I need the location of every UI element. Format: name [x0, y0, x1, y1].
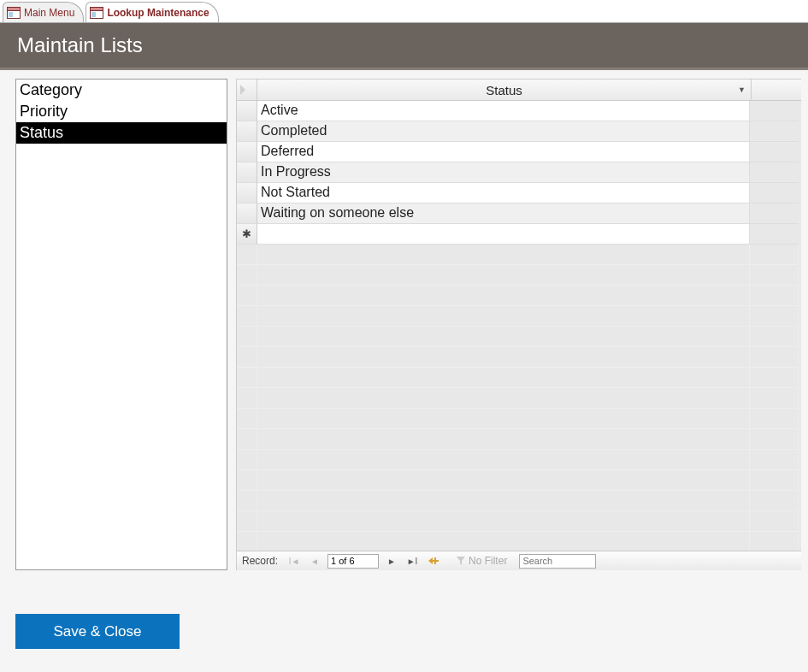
cell-status-value[interactable]: Completed: [257, 121, 750, 142]
empty-cell: [257, 265, 750, 286]
new-record-cell[interactable]: [257, 224, 750, 245]
empty-row: [237, 429, 801, 450]
last-record-button[interactable]: ►I: [404, 554, 420, 568]
cell-spacer: [750, 450, 799, 470]
table-row[interactable]: Completed: [237, 121, 801, 142]
cell-spacer: [750, 162, 799, 183]
cell-spacer: [750, 306, 799, 327]
svg-rect-1: [8, 7, 21, 10]
empty-row: [237, 286, 801, 306]
cell-status-value[interactable]: Deferred: [257, 142, 750, 162]
row-selector: [237, 511, 257, 532]
chevron-down-icon[interactable]: ▼: [738, 85, 746, 94]
empty-cell: [257, 450, 750, 470]
cell-spacer: [750, 368, 799, 388]
new-record-row[interactable]: ✱: [237, 224, 801, 245]
empty-cell: [257, 306, 750, 327]
tab-label: Lookup Maintenance: [107, 7, 209, 19]
data-grid: Status ▼ ActiveCompletedDeferredIn Progr…: [236, 79, 801, 570]
empty-row: [237, 327, 801, 347]
cell-spacer: [750, 409, 799, 429]
table-row[interactable]: Waiting on someone else: [237, 203, 801, 224]
filter-label: No Filter: [469, 555, 507, 567]
empty-cell: [257, 368, 750, 388]
row-selector: [237, 245, 257, 265]
next-record-button[interactable]: ►: [384, 554, 399, 568]
empty-cell: [257, 532, 750, 551]
cell-spacer: [750, 388, 799, 409]
cell-status-value[interactable]: Not Started: [257, 183, 750, 203]
row-selector: [237, 265, 257, 286]
svg-rect-11: [432, 560, 439, 562]
empty-row: [237, 450, 801, 470]
row-selector[interactable]: [237, 121, 257, 142]
empty-row: [237, 245, 801, 265]
first-record-button[interactable]: I◄: [286, 554, 302, 568]
grid-header-row: Status ▼: [237, 80, 801, 101]
cell-status-value[interactable]: Waiting on someone else: [257, 203, 750, 224]
filter-indicator[interactable]: No Filter: [456, 555, 507, 567]
svg-rect-6: [91, 7, 103, 10]
record-position-input[interactable]: [327, 554, 379, 569]
tab-label: Main Menu: [24, 7, 74, 19]
cell-status-value[interactable]: In Progress: [257, 162, 750, 183]
tab-main-menu[interactable]: Main Menu: [3, 2, 84, 22]
empty-cell: [257, 491, 750, 511]
table-row[interactable]: Not Started: [237, 183, 801, 203]
empty-cell: [257, 470, 750, 491]
form-icon: [90, 7, 103, 19]
column-header-label: Status: [486, 83, 522, 97]
previous-record-button[interactable]: ◄: [307, 554, 322, 568]
sidebar-item-category[interactable]: Category: [16, 80, 227, 101]
cell-spacer: [750, 347, 799, 368]
search-input[interactable]: [519, 554, 596, 569]
table-row[interactable]: In Progress: [237, 162, 801, 183]
row-selector: [237, 368, 257, 388]
empty-cell: [257, 327, 750, 347]
funnel-icon: [456, 556, 466, 566]
table-row[interactable]: Deferred: [237, 142, 801, 162]
empty-cell: [257, 347, 750, 368]
record-label: Record:: [242, 555, 278, 567]
column-header-status[interactable]: Status ▼: [257, 80, 752, 100]
row-selector: [237, 347, 257, 368]
empty-cell: [257, 388, 750, 409]
row-selector: [237, 388, 257, 409]
sidebar-item-status[interactable]: Status: [16, 122, 227, 144]
empty-cell: [257, 286, 750, 306]
cell-spacer: [750, 429, 799, 450]
empty-row: [237, 409, 801, 429]
empty-row: [237, 347, 801, 368]
cell-spacer: [750, 491, 799, 511]
cell-spacer: [750, 286, 799, 306]
cell-status-value[interactable]: Active: [257, 101, 750, 121]
row-selector: [237, 306, 257, 327]
row-selector: [237, 491, 257, 511]
row-selector[interactable]: [237, 142, 257, 162]
cell-spacer: [750, 532, 799, 551]
new-record-button[interactable]: [425, 554, 444, 568]
save-close-button[interactable]: Save & Close: [15, 614, 180, 649]
row-selector: [237, 327, 257, 347]
select-all-corner[interactable]: [237, 80, 257, 100]
row-selector[interactable]: [237, 162, 257, 183]
row-selector: [237, 286, 257, 306]
empty-row: [237, 306, 801, 327]
lookup-type-list: Category Priority Status: [15, 79, 227, 570]
row-selector: [237, 532, 257, 551]
row-selector[interactable]: [237, 203, 257, 224]
empty-cell: [257, 511, 750, 532]
grid-body: ActiveCompletedDeferredIn ProgressNot St…: [237, 101, 801, 551]
sidebar-item-priority[interactable]: Priority: [16, 101, 227, 122]
row-selector: [237, 409, 257, 429]
table-row[interactable]: Active: [237, 101, 801, 121]
tabs-bar: Main Menu Lookup Maintenance: [0, 0, 808, 23]
cell-spacer: [750, 203, 799, 224]
empty-cell: [257, 409, 750, 429]
empty-row: [237, 265, 801, 286]
empty-row: [237, 511, 801, 532]
page-title: Maintain Lists: [17, 33, 143, 56]
row-selector[interactable]: [237, 183, 257, 203]
row-selector[interactable]: [237, 101, 257, 121]
tab-lookup-maintenance[interactable]: Lookup Maintenance: [86, 2, 218, 22]
